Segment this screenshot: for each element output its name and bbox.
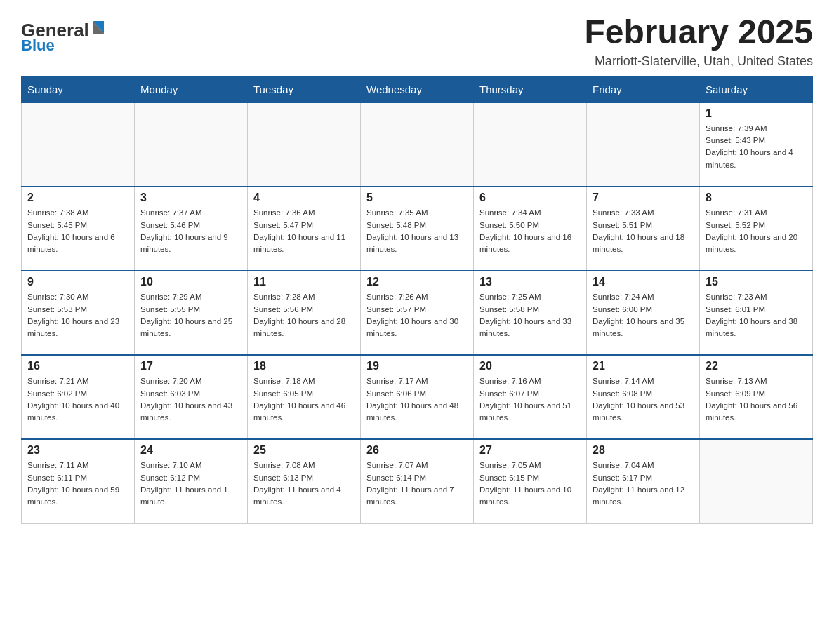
calendar-day-cell: 7Sunrise: 7:33 AM Sunset: 5:51 PM Daylig… bbox=[587, 187, 700, 271]
day-info: Sunrise: 7:24 AM Sunset: 6:00 PM Dayligh… bbox=[593, 291, 694, 340]
day-info: Sunrise: 7:11 AM Sunset: 6:11 PM Dayligh… bbox=[27, 459, 128, 508]
calendar-day-cell: 3Sunrise: 7:37 AM Sunset: 5:46 PM Daylig… bbox=[135, 187, 248, 271]
day-number: 10 bbox=[140, 276, 241, 288]
day-number: 11 bbox=[253, 276, 355, 288]
calendar-day-cell: 2Sunrise: 7:38 AM Sunset: 5:45 PM Daylig… bbox=[22, 187, 135, 271]
calendar-day-cell: 10Sunrise: 7:29 AM Sunset: 5:55 PM Dayli… bbox=[135, 271, 248, 355]
day-number: 23 bbox=[27, 444, 128, 457]
day-info: Sunrise: 7:05 AM Sunset: 6:15 PM Dayligh… bbox=[479, 459, 581, 508]
day-header-wednesday: Wednesday bbox=[361, 76, 474, 102]
day-info: Sunrise: 7:37 AM Sunset: 5:46 PM Dayligh… bbox=[140, 207, 241, 255]
calendar-day-cell bbox=[587, 102, 700, 187]
calendar-day-cell: 20Sunrise: 7:16 AM Sunset: 6:07 PM Dayli… bbox=[474, 355, 587, 439]
day-info: Sunrise: 7:20 AM Sunset: 6:03 PM Dayligh… bbox=[140, 375, 241, 424]
calendar-day-cell: 6Sunrise: 7:34 AM Sunset: 5:50 PM Daylig… bbox=[474, 187, 587, 271]
day-number: 8 bbox=[706, 192, 807, 204]
day-header-tuesday: Tuesday bbox=[248, 76, 361, 102]
day-number: 9 bbox=[27, 276, 128, 288]
day-info: Sunrise: 7:14 AM Sunset: 6:08 PM Dayligh… bbox=[593, 375, 694, 424]
day-info: Sunrise: 7:28 AM Sunset: 5:56 PM Dayligh… bbox=[253, 291, 355, 340]
day-header-monday: Monday bbox=[135, 76, 248, 102]
calendar-day-cell: 5Sunrise: 7:35 AM Sunset: 5:48 PM Daylig… bbox=[361, 187, 474, 271]
day-number: 18 bbox=[253, 360, 355, 373]
day-number: 4 bbox=[253, 192, 355, 204]
calendar-week-row: 2Sunrise: 7:38 AM Sunset: 5:45 PM Daylig… bbox=[22, 187, 813, 271]
day-number: 12 bbox=[366, 276, 468, 288]
day-number: 21 bbox=[593, 360, 694, 373]
day-info: Sunrise: 7:16 AM Sunset: 6:07 PM Dayligh… bbox=[479, 375, 581, 424]
calendar-day-cell: 25Sunrise: 7:08 AM Sunset: 6:13 PM Dayli… bbox=[248, 439, 361, 523]
day-info: Sunrise: 7:18 AM Sunset: 6:05 PM Dayligh… bbox=[253, 375, 355, 424]
day-number: 27 bbox=[479, 444, 581, 457]
day-number: 3 bbox=[140, 192, 241, 204]
day-info: Sunrise: 7:39 AM Sunset: 5:43 PM Dayligh… bbox=[706, 123, 807, 171]
calendar-week-row: 1Sunrise: 7:39 AM Sunset: 5:43 PM Daylig… bbox=[22, 102, 813, 187]
calendar-day-cell bbox=[700, 439, 813, 523]
day-number: 19 bbox=[366, 360, 468, 373]
calendar-day-cell bbox=[361, 102, 474, 187]
calendar-day-cell: 1Sunrise: 7:39 AM Sunset: 5:43 PM Daylig… bbox=[700, 102, 813, 187]
day-info: Sunrise: 7:04 AM Sunset: 6:17 PM Dayligh… bbox=[593, 459, 694, 508]
svg-text:Blue: Blue bbox=[21, 36, 55, 53]
title-area: February 2025 Marriott-Slaterville, Utah… bbox=[584, 14, 813, 69]
calendar-day-cell: 8Sunrise: 7:31 AM Sunset: 5:52 PM Daylig… bbox=[700, 187, 813, 271]
day-number: 1 bbox=[706, 107, 807, 120]
day-info: Sunrise: 7:30 AM Sunset: 5:53 PM Dayligh… bbox=[27, 291, 128, 340]
page-header: General Blue February 2025 Marriott-Slat… bbox=[21, 14, 813, 69]
calendar-day-cell: 12Sunrise: 7:26 AM Sunset: 5:57 PM Dayli… bbox=[361, 271, 474, 355]
day-info: Sunrise: 7:13 AM Sunset: 6:09 PM Dayligh… bbox=[706, 375, 807, 424]
calendar-day-cell: 17Sunrise: 7:20 AM Sunset: 6:03 PM Dayli… bbox=[135, 355, 248, 439]
day-number: 25 bbox=[253, 444, 355, 457]
day-number: 7 bbox=[593, 192, 694, 204]
calendar-day-cell: 9Sunrise: 7:30 AM Sunset: 5:53 PM Daylig… bbox=[22, 271, 135, 355]
day-info: Sunrise: 7:07 AM Sunset: 6:14 PM Dayligh… bbox=[366, 459, 468, 508]
day-info: Sunrise: 7:33 AM Sunset: 5:51 PM Dayligh… bbox=[593, 207, 694, 255]
day-info: Sunrise: 7:34 AM Sunset: 5:50 PM Dayligh… bbox=[479, 207, 581, 255]
month-title: February 2025 bbox=[584, 14, 813, 51]
day-number: 17 bbox=[140, 360, 241, 373]
day-number: 26 bbox=[366, 444, 468, 457]
calendar-day-cell: 11Sunrise: 7:28 AM Sunset: 5:56 PM Dayli… bbox=[248, 271, 361, 355]
calendar-day-cell: 13Sunrise: 7:25 AM Sunset: 5:58 PM Dayli… bbox=[474, 271, 587, 355]
calendar-day-cell bbox=[474, 102, 587, 187]
day-info: Sunrise: 7:10 AM Sunset: 6:12 PM Dayligh… bbox=[140, 459, 241, 508]
logo-text: General Blue bbox=[21, 14, 119, 55]
calendar-header-row: SundayMondayTuesdayWednesdayThursdayFrid… bbox=[22, 76, 813, 102]
day-number: 16 bbox=[27, 360, 128, 373]
day-info: Sunrise: 7:26 AM Sunset: 5:57 PM Dayligh… bbox=[366, 291, 468, 340]
day-info: Sunrise: 7:21 AM Sunset: 6:02 PM Dayligh… bbox=[27, 375, 128, 424]
day-number: 20 bbox=[479, 360, 581, 373]
calendar-day-cell bbox=[135, 102, 248, 187]
day-number: 24 bbox=[140, 444, 241, 457]
day-info: Sunrise: 7:36 AM Sunset: 5:47 PM Dayligh… bbox=[253, 207, 355, 255]
calendar-day-cell: 15Sunrise: 7:23 AM Sunset: 6:01 PM Dayli… bbox=[700, 271, 813, 355]
calendar-day-cell: 16Sunrise: 7:21 AM Sunset: 6:02 PM Dayli… bbox=[22, 355, 135, 439]
calendar-day-cell: 4Sunrise: 7:36 AM Sunset: 5:47 PM Daylig… bbox=[248, 187, 361, 271]
calendar-day-cell: 27Sunrise: 7:05 AM Sunset: 6:15 PM Dayli… bbox=[474, 439, 587, 523]
day-number: 22 bbox=[706, 360, 807, 373]
day-number: 13 bbox=[479, 276, 581, 288]
calendar-day-cell bbox=[22, 102, 135, 187]
calendar-week-row: 9Sunrise: 7:30 AM Sunset: 5:53 PM Daylig… bbox=[22, 271, 813, 355]
calendar-day-cell bbox=[248, 102, 361, 187]
day-number: 6 bbox=[479, 192, 581, 204]
day-info: Sunrise: 7:35 AM Sunset: 5:48 PM Dayligh… bbox=[366, 207, 468, 255]
day-info: Sunrise: 7:25 AM Sunset: 5:58 PM Dayligh… bbox=[479, 291, 581, 340]
day-number: 2 bbox=[27, 192, 128, 204]
calendar-day-cell: 24Sunrise: 7:10 AM Sunset: 6:12 PM Dayli… bbox=[135, 439, 248, 523]
calendar-table: SundayMondayTuesdayWednesdayThursdayFrid… bbox=[21, 76, 813, 524]
calendar-week-row: 23Sunrise: 7:11 AM Sunset: 6:11 PM Dayli… bbox=[22, 439, 813, 523]
day-info: Sunrise: 7:17 AM Sunset: 6:06 PM Dayligh… bbox=[366, 375, 468, 424]
calendar-day-cell: 23Sunrise: 7:11 AM Sunset: 6:11 PM Dayli… bbox=[22, 439, 135, 523]
calendar-day-cell: 18Sunrise: 7:18 AM Sunset: 6:05 PM Dayli… bbox=[248, 355, 361, 439]
location-subtitle: Marriott-Slaterville, Utah, United State… bbox=[584, 54, 813, 69]
logo: General Blue bbox=[21, 14, 119, 55]
day-number: 5 bbox=[366, 192, 468, 204]
calendar-day-cell: 26Sunrise: 7:07 AM Sunset: 6:14 PM Dayli… bbox=[361, 439, 474, 523]
calendar-day-cell: 21Sunrise: 7:14 AM Sunset: 6:08 PM Dayli… bbox=[587, 355, 700, 439]
calendar-day-cell: 19Sunrise: 7:17 AM Sunset: 6:06 PM Dayli… bbox=[361, 355, 474, 439]
day-number: 28 bbox=[593, 444, 694, 457]
day-header-sunday: Sunday bbox=[22, 76, 135, 102]
calendar-day-cell: 14Sunrise: 7:24 AM Sunset: 6:00 PM Dayli… bbox=[587, 271, 700, 355]
day-number: 15 bbox=[706, 276, 807, 288]
